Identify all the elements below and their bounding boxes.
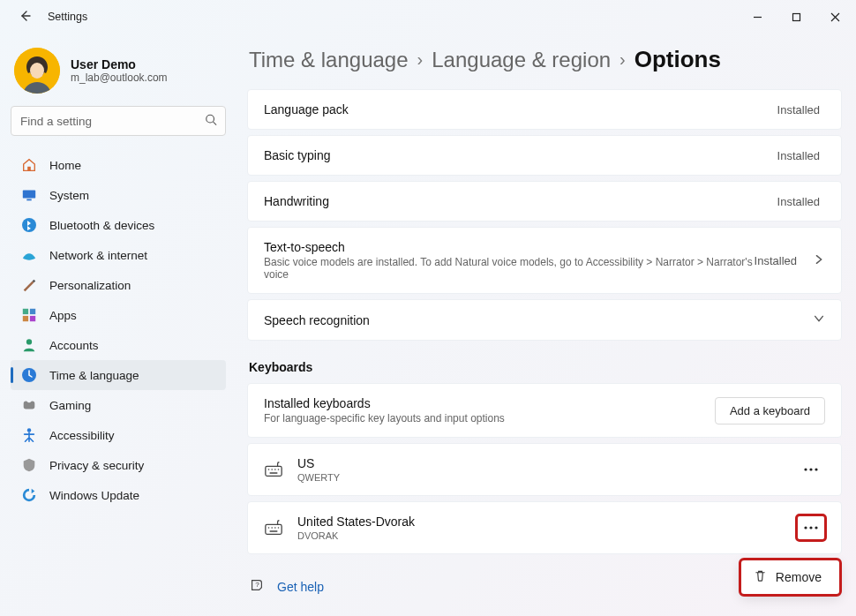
sidebar-item-gaming[interactable]: Gaming [11, 390, 226, 420]
svg-rect-11 [30, 309, 35, 314]
back-button[interactable] [11, 9, 39, 26]
feature-card: Language packInstalled [247, 89, 842, 130]
feature-status: Installed [777, 195, 820, 208]
svg-point-30 [278, 527, 280, 529]
svg-rect-12 [23, 316, 28, 321]
sidebar-item-home[interactable]: Home [11, 150, 226, 180]
sidebar-item-label: Time & language [49, 369, 139, 382]
svg-point-21 [278, 469, 280, 470]
feature-card: Basic typingInstalled [247, 135, 842, 176]
svg-text:?: ? [255, 581, 259, 589]
keyboard-list: USQWERTYUnited States-DvorakDVORAKRemove [247, 443, 842, 554]
breadcrumb-seg-2: Options [634, 46, 721, 73]
personalization-icon [21, 277, 37, 293]
svg-rect-26 [266, 524, 282, 534]
help-icon: ? [249, 577, 265, 597]
sidebar-item-label: Personalization [49, 279, 131, 292]
keyboard-row: USQWERTY [247, 443, 842, 496]
sidebar-item-accessibility[interactable]: Accessibility [11, 420, 226, 450]
sidebar-item-system[interactable]: System [11, 180, 226, 210]
time-language-icon [21, 367, 37, 383]
sidebar-item-bluetooth-devices[interactable]: Bluetooth & devices [11, 210, 226, 240]
user-block[interactable]: User Demo m_lab@outlook.com [11, 48, 226, 94]
sidebar-item-accounts[interactable]: Accounts [11, 330, 226, 360]
svg-point-16 [27, 428, 32, 432]
keyboard-more-button[interactable] [797, 515, 825, 540]
breadcrumb: Time & language › Language & region › Op… [249, 46, 842, 73]
svg-point-24 [809, 468, 812, 470]
close-button[interactable] [815, 3, 854, 31]
system-icon [21, 187, 37, 203]
feature-sub: Basic voice models are installed. To add… [264, 256, 755, 281]
installed-keyboards-header: Installed keyboards For language-specifi… [247, 383, 842, 438]
svg-point-20 [274, 469, 276, 470]
chevron-right-icon: › [619, 49, 626, 70]
chevron-right-icon [813, 253, 825, 268]
keyboard-more-button[interactable] [797, 457, 825, 482]
add-keyboard-button[interactable]: Add a keyboard [715, 397, 825, 424]
get-help-link[interactable]: Get help [277, 580, 324, 594]
sidebar-item-time-language[interactable]: Time & language [11, 360, 226, 390]
sidebar: User Demo m_lab@outlook.com HomeSystemBl… [0, 34, 237, 616]
titlebar: Settings [0, 0, 856, 34]
feature-title: Handwriting [264, 194, 777, 208]
installed-keyboards-sub: For language-specific key layouts and in… [264, 412, 715, 424]
sidebar-item-label: Bluetooth & devices [49, 219, 154, 232]
sidebar-item-apps[interactable]: Apps [11, 300, 226, 330]
sidebar-item-network-internet[interactable]: Network & internet [11, 240, 226, 270]
svg-point-3 [30, 63, 44, 79]
sidebar-item-privacy-security[interactable]: Privacy & security [11, 450, 226, 480]
svg-rect-31 [269, 530, 277, 531]
accessibility-icon [21, 427, 37, 443]
trash-icon [754, 569, 767, 585]
sidebar-item-personalization[interactable]: Personalization [11, 270, 226, 300]
user-email: m_lab@outlook.com [71, 71, 168, 84]
sidebar-item-label: Gaming [49, 399, 91, 412]
feature-card[interactable]: Text-to-speechBasic voice models are ins… [247, 227, 842, 294]
search-icon [205, 114, 217, 129]
breadcrumb-seg-1[interactable]: Language & region [432, 48, 611, 72]
remove-menu-item[interactable]: Remove [740, 560, 840, 595]
svg-point-14 [26, 339, 32, 344]
search-input[interactable] [11, 106, 226, 136]
svg-rect-10 [23, 309, 28, 314]
chevron-right-icon: › [417, 49, 424, 70]
keyboards-section-header: Keyboards [249, 360, 842, 374]
feature-card[interactable]: Speech recognition [247, 299, 842, 341]
svg-rect-17 [266, 466, 282, 476]
svg-rect-6 [27, 167, 31, 171]
sidebar-item-label: Network & internet [49, 249, 147, 262]
search-field[interactable] [11, 106, 226, 136]
keyboard-name: United States-Dvorak [297, 515, 797, 529]
feature-list: Language packInstalledBasic typingInstal… [247, 89, 842, 341]
nav-list: HomeSystemBluetooth & devicesNetwork & i… [11, 150, 226, 510]
feature-status: Installed [777, 149, 820, 162]
svg-point-9 [22, 218, 36, 232]
breadcrumb-seg-0[interactable]: Time & language [249, 48, 409, 72]
minimize-button[interactable] [738, 3, 777, 31]
svg-point-19 [271, 469, 273, 470]
svg-rect-22 [269, 472, 277, 473]
sidebar-item-label: System [49, 189, 89, 202]
feature-title: Basic typing [264, 148, 777, 162]
privacy-security-icon [21, 457, 37, 473]
feature-title: Speech recognition [264, 313, 802, 327]
svg-rect-8 [26, 199, 31, 201]
svg-point-34 [815, 526, 817, 529]
sidebar-item-label: Apps [49, 309, 77, 322]
keyboard-layout: QWERTY [297, 472, 792, 483]
svg-point-25 [815, 468, 817, 470]
keyboard-icon [264, 518, 283, 537]
remove-label: Remove [776, 570, 822, 584]
bluetooth-devices-icon [21, 217, 37, 233]
home-icon [21, 157, 37, 173]
svg-rect-7 [23, 191, 35, 199]
sidebar-item-windows-update[interactable]: Windows Update [11, 480, 226, 510]
main-panel: Time & language › Language & region › Op… [237, 34, 856, 616]
keyboard-icon [264, 460, 283, 479]
window-controls [738, 3, 854, 31]
user-name: User Demo [71, 57, 168, 71]
keyboard-layout: DVORAK [297, 530, 792, 541]
maximize-button[interactable] [777, 3, 815, 31]
network-internet-icon [21, 247, 37, 263]
